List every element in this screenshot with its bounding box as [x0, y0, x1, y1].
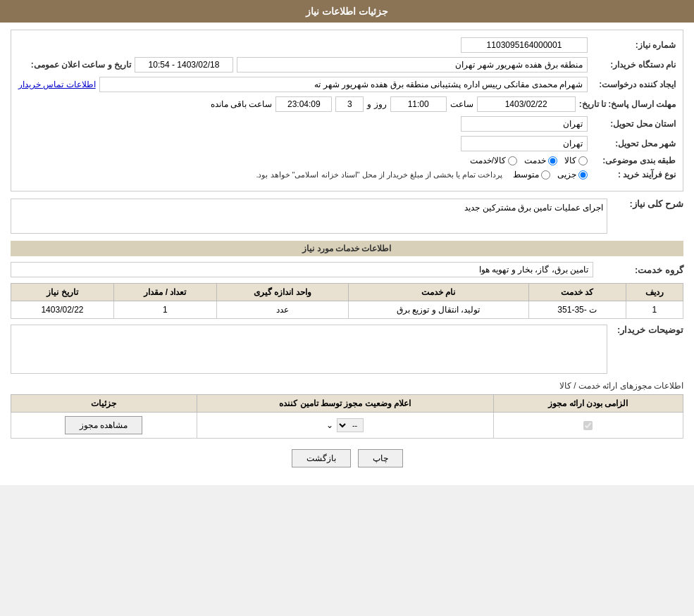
permits-table: الزامی بودن ارائه مجوز اعلام وضعیت مجوز …: [11, 394, 683, 439]
buyer-org-label: نام دستگاه خریدار:: [591, 60, 676, 70]
need-number-value: 1103095164000001: [461, 37, 588, 53]
category-both-radio[interactable]: [508, 156, 517, 165]
deadline-row: مهلت ارسال پاسخ: تا تاریخ: 1403/02/22 سا…: [18, 96, 676, 112]
category-row: طبقه بندی موضوعی: کالا خدمت کالا/خدمت: [18, 156, 676, 165]
page-wrapper: جزئیات اطلاعات نیاز شماره نیاز: 11030951…: [0, 0, 694, 485]
permits-col-required: الزامی بودن ارائه مجوز: [493, 395, 683, 413]
service-group-label: گروه خدمت:: [599, 265, 683, 275]
permits-dropdown-icon: ⌄: [326, 420, 333, 430]
col-name: نام خدمت: [348, 284, 528, 301]
service-cell-unit: عدد: [216, 301, 348, 319]
service-cell-name: تولید، انتقال و توزیع برق: [348, 301, 528, 319]
announce-datetime-value: 1403/02/18 - 10:54: [135, 57, 233, 73]
permits-required-cell: [493, 413, 683, 439]
purchase-type-note: پرداخت تمام یا بخشی از مبلغ خریدار از مح…: [256, 170, 502, 180]
services-table-body: 1ت -35-351تولید، انتقال و توزیع برقعدد11…: [11, 301, 683, 319]
category-option-both: کالا/خدمت: [470, 156, 517, 165]
permits-required-checkbox: [583, 421, 593, 430]
print-button[interactable]: چاپ: [358, 449, 403, 467]
purchase-type-label: نوع فرآیند خرید :: [591, 170, 676, 180]
need-description-label: شرح کلی نیاز:: [613, 199, 683, 209]
page-header: جزئیات اطلاعات نیاز: [0, 0, 694, 23]
city-row: شهر محل تحویل: تهران: [18, 136, 676, 151]
purchase-partial: جزیی: [557, 170, 588, 180]
deadline-time-label: ساعت: [450, 99, 473, 109]
permits-table-head: الزامی بودن ارائه مجوز اعلام وضعیت مجوز …: [11, 395, 683, 413]
services-section-title: اطلاعات خدمات مورد نیاز: [11, 241, 683, 256]
need-number-label: شماره نیاز:: [591, 40, 676, 50]
category-service-label: خدمت: [524, 156, 546, 165]
category-radio-group: کالا خدمت کالا/خدمت: [470, 156, 588, 165]
service-row: 1ت -35-351تولید، انتقال و توزیع برقعدد11…: [11, 301, 683, 319]
permits-status-wrapper: -- ⌄: [203, 418, 488, 432]
creator-link[interactable]: اطلاعات تماس خریدار: [18, 80, 96, 89]
permits-col-status: اعلام وضعیت مجوز توسط تامین کننده: [197, 395, 493, 413]
view-permit-button[interactable]: مشاهده مجوز: [65, 416, 142, 434]
need-description-value: اجرای عملیات تامین برق مشترکین جدید: [11, 199, 607, 234]
main-info-section: شماره نیاز: 1103095164000001 نام دستگاه …: [11, 30, 683, 191]
service-cell-code: ت -35-351: [528, 301, 626, 319]
bottom-buttons: چاپ بازگشت: [11, 449, 683, 467]
permits-detail-cell: مشاهده مجوز: [11, 413, 197, 439]
province-row: استان محل تحویل: تهران: [18, 116, 676, 132]
buyer-description-section: توضیحات خریدار:: [11, 325, 683, 374]
deadline-days: 3: [335, 96, 364, 112]
city-label: شهر محل تحویل:: [591, 139, 676, 149]
permits-row-1: -- ⌄ مشاهده مجوز: [11, 413, 683, 439]
service-cell-row: 1: [626, 301, 683, 319]
deadline-date: 1403/02/22: [477, 96, 576, 112]
deadline-time: 11:00: [390, 96, 447, 112]
service-group-row: گروه خدمت: تامین برق، گاز، بخار و تهویه …: [11, 262, 683, 277]
category-goods-radio[interactable]: [578, 156, 588, 165]
services-table-head: ردیف کد خدمت نام خدمت واحد اندازه گیری ت…: [11, 284, 683, 301]
permits-col-details: جزئیات: [11, 395, 197, 413]
buyer-description-label: توضیحات خریدار:: [613, 325, 683, 335]
service-cell-quantity: 1: [113, 301, 216, 319]
main-content: شماره نیاز: 1103095164000001 نام دستگاه …: [0, 23, 694, 485]
col-unit: واحد اندازه گیری: [216, 284, 348, 301]
purchase-type-row: نوع فرآیند خرید : جزیی متوسط پرداخت تمام…: [18, 170, 676, 180]
services-table: ردیف کد خدمت نام خدمت واحد اندازه گیری ت…: [11, 283, 683, 319]
creator-row: ایجاد کننده درخواست: شهرام محمدی مقانکی …: [18, 77, 676, 92]
need-description-section: شرح کلی نیاز: اجرای عملیات تامین برق مشت…: [11, 199, 683, 234]
need-number-row: شماره نیاز: 1103095164000001: [18, 37, 676, 53]
col-code: کد خدمت: [528, 284, 626, 301]
deadline-day-label: روز و: [367, 99, 386, 109]
permits-header-row: الزامی بودن ارائه مجوز اعلام وضعیت مجوز …: [11, 395, 683, 413]
creator-label: ایجاد کننده درخواست:: [591, 80, 676, 89]
page-title: جزئیات اطلاعات نیاز: [306, 6, 388, 17]
deadline-remaining-label: ساعت باقی مانده: [211, 99, 273, 109]
province-label: استان محل تحویل:: [591, 119, 676, 129]
buyer-org-row: نام دستگاه خریدار: منطقه برق هفده شهریور…: [18, 57, 676, 73]
col-quantity: تعداد / مقدار: [113, 284, 216, 301]
city-value: تهران: [461, 136, 588, 151]
col-row: ردیف: [626, 284, 683, 301]
category-option-goods: کالا: [564, 156, 588, 165]
permits-status-select[interactable]: --: [337, 418, 364, 432]
purchase-medium: متوسط: [513, 170, 550, 180]
purchase-medium-label: متوسط: [513, 170, 539, 180]
buyer-org-value: منطقه برق هفده شهریور شهر تهران: [237, 57, 588, 73]
purchase-partial-radio[interactable]: [578, 170, 588, 180]
permits-status-cell: -- ⌄: [197, 413, 493, 439]
permits-required-checkbox-wrapper: [500, 421, 677, 430]
permits-table-body: -- ⌄ مشاهده مجوز: [11, 413, 683, 439]
service-cell-date: 1403/02/22: [11, 301, 114, 319]
province-value: تهران: [461, 116, 588, 132]
category-both-label: کالا/خدمت: [470, 156, 506, 165]
purchase-partial-label: جزیی: [557, 170, 576, 180]
back-button[interactable]: بازگشت: [292, 449, 351, 467]
buyer-description-value: [11, 325, 607, 374]
category-option-service: خدمت: [524, 156, 557, 165]
deadline-seconds: 23:04:09: [275, 96, 332, 112]
services-table-header-row: ردیف کد خدمت نام خدمت واحد اندازه گیری ت…: [11, 284, 683, 301]
category-service-radio[interactable]: [548, 156, 557, 165]
announce-datetime-label: تاریخ و ساعت اعلان عمومی:: [18, 60, 131, 70]
category-label: طبقه بندی موضوعی:: [591, 156, 676, 165]
purchase-medium-radio[interactable]: [541, 170, 550, 180]
permits-link-area: اطلاعات مجوزهای ارائه خدمت / کالا: [11, 381, 683, 391]
creator-value: شهرام محمدی مقانکی رییس اداره پشتیبانی م…: [99, 77, 588, 92]
purchase-type-radio-group: جزیی متوسط: [513, 170, 588, 180]
deadline-label: مهلت ارسال پاسخ: تا تاریخ:: [579, 99, 676, 109]
permits-title: اطلاعات مجوزهای ارائه خدمت / کالا: [559, 381, 683, 391]
